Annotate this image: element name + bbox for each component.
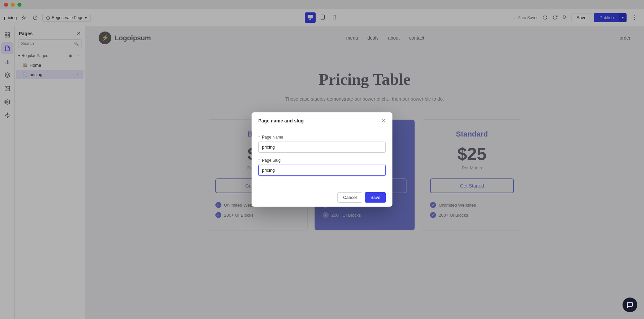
page-slug-group: * Page Slug [258,158,386,176]
modal-title: Page name and slug [258,118,304,123]
chat-bubble[interactable] [623,298,637,312]
page-name-input[interactable] [258,142,386,153]
modal-body: * Page Name * Page Slug [252,128,392,188]
modal-overlay[interactable]: Page name and slug ✕ * Page Name * Page … [0,0,644,319]
modal-close-button[interactable]: ✕ [381,118,386,124]
modal-footer: Cancel Save [252,188,392,207]
modal-cancel-button[interactable]: Cancel [337,192,362,203]
modal-header: Page name and slug ✕ [252,112,392,128]
page-name-required: * [258,135,260,140]
modal-save-button[interactable]: Save [365,192,386,203]
page-slug-input[interactable] [258,165,386,176]
page-slug-required: * [258,158,260,163]
page-name-group: * Page Name [258,135,386,153]
modal-page-name-slug: Page name and slug ✕ * Page Name * Page … [252,112,392,207]
page-slug-label: * Page Slug [258,158,386,163]
page-name-label: * Page Name [258,135,386,140]
